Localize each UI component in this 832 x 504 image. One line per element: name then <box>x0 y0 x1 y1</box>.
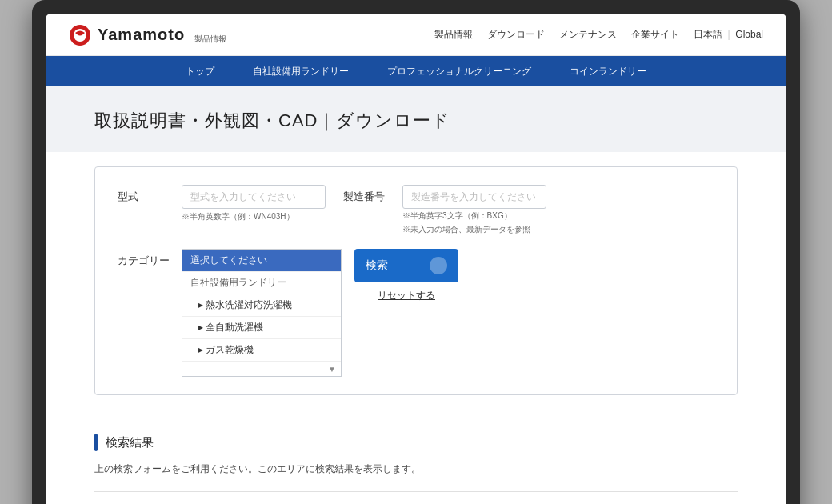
search-btn-label: 検索 <box>366 258 388 273</box>
results-title: 検索結果 <box>106 435 154 450</box>
model-label: 型式 <box>118 185 182 204</box>
nav-japanese[interactable]: 日本語 <box>694 29 722 40</box>
dropdown-option-0[interactable]: 選択してください <box>182 250 341 272</box>
header-nav: 製品情報 ダウンロード メンテナンス 企業サイト 日本語 | Global <box>434 28 763 42</box>
serial-hint1: ※半角英字3文字（例：BXG） <box>402 209 546 222</box>
model-input[interactable] <box>182 185 326 209</box>
site-header: Yamamoto 製品情報 製品情報 ダウンロード メンテナンス 企業サイト 日… <box>46 14 786 56</box>
search-btn-icon: − <box>430 257 447 274</box>
model-fields: ※半角英数字（例：WN403H） 製造番号 ※半角英字3文字（例：BXG） ※未… <box>182 185 714 236</box>
dropdown-option-1[interactable]: 自社設備用ランドリー <box>182 272 341 294</box>
serial-input[interactable] <box>402 185 546 209</box>
results-border-accent <box>94 434 98 451</box>
nav-maintenance[interactable]: メンテナンス <box>559 28 617 42</box>
lang-divider: 日本語 | Global <box>694 28 763 42</box>
results-title-bar: 検索結果 <box>94 434 738 451</box>
search-card: 型式 ※半角英数字（例：WN403H） 製造番号 ※半角英字3文字（例：BXG）… <box>94 166 738 395</box>
results-section: 検索結果 上の検索フォームをご利用ください。このエリアに検索結果を表示します。 <box>46 434 786 504</box>
logo-text: Yamamoto <box>98 26 185 44</box>
category-row: カテゴリー 選択してください 自社設備用ランドリー ▸ 熱水洗濯対応洗濯機 ▸ … <box>118 249 714 377</box>
logo-area: Yamamoto 製品情報 <box>69 24 226 46</box>
main-content: 型式 ※半角英数字（例：WN403H） 製造番号 ※半角英字3文字（例：BXG）… <box>46 152 786 434</box>
blue-nav-coin[interactable]: コインランドリー <box>570 62 646 82</box>
logo-subtitle: 製品情報 <box>194 34 226 45</box>
category-label: カテゴリー <box>118 249 182 268</box>
nav-download[interactable]: ダウンロード <box>487 28 545 42</box>
category-fields: 選択してください 自社設備用ランドリー ▸ 熱水洗濯対応洗濯機 ▸ 全自動洗濯機… <box>182 249 714 377</box>
indent-arrow-2: ▸ <box>198 299 206 310</box>
search-button[interactable]: 検索 − <box>354 249 458 282</box>
indent-arrow-3: ▸ <box>198 322 206 333</box>
yamamoto-logo-icon <box>69 24 91 46</box>
page-title: 取扱説明書・外観図・CAD｜ダウンロード <box>94 109 738 133</box>
nav-company[interactable]: 企業サイト <box>631 28 679 42</box>
nav-global[interactable]: Global <box>735 29 763 40</box>
category-dropdown[interactable]: 選択してください 自社設備用ランドリー ▸ 熱水洗濯対応洗濯機 ▸ 全自動洗濯機… <box>182 249 342 377</box>
serial-hint2: ※未入力の場合、最新データを参照 <box>402 222 546 236</box>
dropdown-option-3[interactable]: ▸ 全自動洗濯機 <box>182 317 341 339</box>
dropdown-option-2[interactable]: ▸ 熱水洗濯対応洗濯機 <box>182 294 341 317</box>
serial-label: 製造番号 <box>335 185 393 204</box>
blue-nav-bar: トップ 自社設備用ランドリー プロフェッショナルクリーニング コインランドリー <box>46 56 786 86</box>
search-btn-area: 検索 − リセットする <box>354 249 458 302</box>
indent-arrow-4: ▸ <box>198 344 206 355</box>
blue-nav-professional[interactable]: プロフェッショナルクリーニング <box>387 62 531 82</box>
model-serial-row: 型式 ※半角英数字（例：WN403H） 製造番号 ※半角英字3文字（例：BXG）… <box>118 185 714 236</box>
nav-products[interactable]: 製品情報 <box>434 28 473 42</box>
results-description: 上の検索フォームをご利用ください。このエリアに検索結果を表示します。 <box>94 461 738 492</box>
model-hint: ※半角英数字（例：WN403H） <box>182 211 326 222</box>
blue-nav-laundry[interactable]: 自社設備用ランドリー <box>253 62 349 82</box>
model-field-group: ※半角英数字（例：WN403H） <box>182 185 326 222</box>
scroll-indicator: ▼ <box>182 362 341 376</box>
dropdown-option-4[interactable]: ▸ ガス乾燥機 <box>182 339 341 362</box>
blue-nav-top[interactable]: トップ <box>186 62 214 82</box>
serial-field-group: ※半角英字3文字（例：BXG） ※未入力の場合、最新データを参照 <box>402 185 546 236</box>
reset-button[interactable]: リセットする <box>378 289 435 302</box>
page-title-area: 取扱説明書・外観図・CAD｜ダウンロード <box>46 86 786 152</box>
